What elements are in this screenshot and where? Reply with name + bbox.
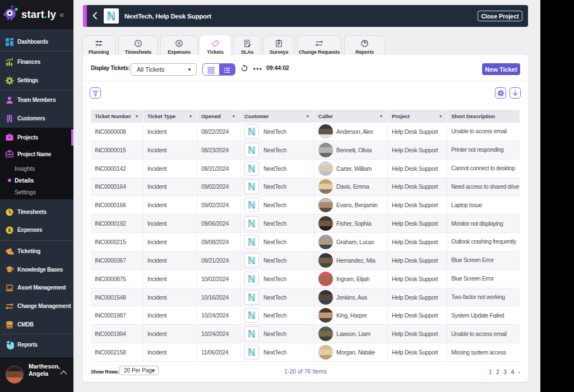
svg-text:$: $ xyxy=(178,41,180,46)
svg-text:$: $ xyxy=(8,227,11,233)
